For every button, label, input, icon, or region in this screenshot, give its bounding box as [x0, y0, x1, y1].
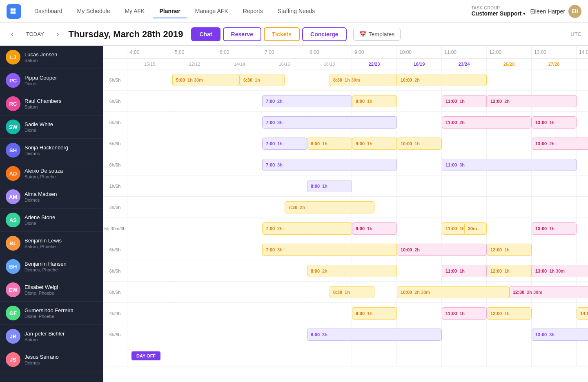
nav-item-my-schedule[interactable]: My Schedule — [71, 4, 117, 18]
shift-block[interactable]: 11:001h — [442, 265, 487, 277]
agent-name: Raul Chambers — [24, 98, 97, 104]
tab-reserve[interactable]: Reserve — [223, 27, 262, 41]
shift-duration: 1h — [504, 269, 510, 273]
shift-time: 12:00 — [490, 311, 502, 316]
agent-timeline[interactable]: 7:003h11:002h13:001h — [127, 112, 588, 133]
agent-timeline[interactable]: 8:301h10:002h 30m12:302h 30m — [127, 282, 588, 302]
shift-block[interactable]: 7:302h — [285, 201, 374, 213]
shift-time: 13:00 — [535, 332, 547, 337]
shift-block[interactable]: 7:003h — [262, 159, 397, 171]
task-group[interactable]: TASK GROUP Customer Support ▾ — [472, 6, 526, 17]
agent-timeline[interactable]: 8:003h13:003h — [127, 324, 588, 345]
agent-timeline[interactable]: 7:003h10:002h12:001h — [127, 239, 588, 260]
nav-item-dashboard[interactable]: Dashboard — [28, 4, 69, 18]
shift-block[interactable]: 13:001h — [532, 222, 577, 235]
shift-block[interactable]: 7:003h — [262, 244, 397, 256]
tab-chat[interactable]: Chat — [191, 27, 220, 41]
shift-block[interactable]: 14:001h — [577, 307, 588, 320]
agent-timeline[interactable]: 7:001h8:001h9:001h10:001h13:002h — [127, 133, 588, 154]
agent-avatar: SW — [6, 120, 20, 134]
agent-row[interactable]: EW Elisabet Weigl Dione, Phoebe — [0, 278, 103, 302]
shift-block[interactable]: 13:001h — [532, 116, 577, 129]
agent-row[interactable]: AM Alma Madsen Deimos — [0, 185, 103, 209]
agent-timeline[interactable]: 7:002h9:001h11:001h12:002h — [127, 91, 588, 111]
agent-timeline[interactable]: 9:001h11:001h12:001h14:001h — [127, 303, 588, 324]
shift-block[interactable]: 9:001h — [352, 95, 397, 107]
agent-row[interactable]: BL Benjamin Lewis Saturn, Phoebe — [0, 232, 103, 255]
agent-timeline[interactable]: 7:002h9:001h11:001h30m13:001h — [127, 218, 588, 239]
shift-block[interactable]: 11:001h — [442, 95, 487, 107]
shift-block[interactable]: 11:001h — [442, 307, 487, 320]
shift-duration: 1h — [549, 226, 555, 231]
time-slot — [217, 154, 262, 175]
shift-block[interactable]: 6:301h — [240, 74, 285, 86]
nav-item-reports[interactable]: Reports — [236, 4, 270, 18]
time-slot — [397, 345, 442, 366]
shift-block[interactable]: 9:001h — [352, 222, 397, 235]
agent-row[interactable]: LJ Lucas Jensen Saturn — [0, 46, 103, 69]
shift-block[interactable]: 8:003h — [307, 329, 442, 341]
shift-block[interactable]: 7:001h — [262, 138, 307, 150]
shift-block[interactable]: 8:001h — [307, 138, 352, 150]
agent-row[interactable]: SH Sonja Hackenberg Deimos — [0, 139, 103, 162]
shift-block[interactable]: 7:003h — [262, 116, 397, 129]
shift-block[interactable]: 7:002h — [262, 95, 352, 107]
agent-timeline[interactable]: 7:003h11:003h — [127, 154, 588, 175]
agent-row[interactable]: JB Jan-peter Bichler Saturn — [0, 325, 103, 348]
shift-block[interactable]: 8:002h — [307, 265, 397, 277]
prev-arrow[interactable]: ‹ — [7, 29, 18, 40]
shift-block[interactable]: 10:002h — [397, 74, 487, 86]
shift-block[interactable]: 13:002h — [532, 138, 588, 150]
shift-block[interactable]: 12:001h — [487, 307, 532, 320]
nav-item-planner[interactable]: Planner — [153, 4, 187, 18]
next-arrow[interactable]: › — [52, 29, 64, 40]
time-header: 4:005:006:007:008:009:0010:0011:0012:001… — [103, 46, 588, 59]
agent-info: Aleixo De souza Saturn, Phoebe — [24, 168, 97, 179]
nav-item-manage-afk[interactable]: Manage AFK — [189, 4, 235, 18]
agent-timeline[interactable]: 5:001h 30m6:301h8:301h 30m10:002h — [127, 69, 588, 90]
agent-timeline[interactable]: 7:302h — [127, 197, 588, 218]
schedule-row: 6h/6h8:002h11:001h12:001h13:001h 30m30m — [103, 260, 588, 282]
time-slot — [442, 324, 487, 345]
shift-block[interactable]: 10:002h 30m — [397, 286, 509, 298]
shift-block[interactable]: 13:003h — [532, 329, 588, 341]
shift-block[interactable]: 11:002h — [442, 116, 532, 129]
tab-concierge[interactable]: Concierge — [302, 27, 346, 41]
shift-block[interactable]: 8:301h — [330, 286, 374, 298]
time-slot — [487, 218, 532, 239]
agent-row[interactable]: RC Raul Chambers Saturn — [0, 92, 103, 115]
shift-block[interactable]: 12:002h — [487, 95, 577, 107]
agent-row[interactable]: AS Arlene Stone Dione — [0, 209, 103, 232]
shift-block[interactable]: 13:001h 30m — [532, 265, 588, 277]
shift-block[interactable]: 12:001h — [487, 244, 532, 256]
agent-row[interactable]: SW Sadie White Dione — [0, 115, 103, 139]
time-slot — [442, 133, 487, 154]
today-button[interactable]: TODAY — [23, 29, 47, 39]
shift-block[interactable]: 12:302h 30m — [509, 286, 588, 298]
shift-block[interactable]: 7:002h — [262, 222, 352, 235]
shift-block[interactable]: 12:001h — [487, 265, 532, 277]
shift-block[interactable]: 9:001h — [352, 138, 397, 150]
shift-block[interactable]: 8:301h 30m — [330, 74, 397, 86]
shift-block[interactable]: 5:001h 30m — [172, 74, 240, 86]
tab-tickets[interactable]: Tickets — [264, 27, 300, 41]
nav-item-staffing-needs[interactable]: Staffing Needs — [271, 4, 322, 18]
time-slot — [172, 324, 217, 345]
shift-block[interactable]: 8:001h — [307, 180, 352, 192]
shift-block[interactable]: 11:003h — [442, 159, 577, 171]
agent-timeline[interactable]: 8:002h11:001h12:001h13:001h 30m30m — [127, 260, 588, 281]
agent-row[interactable]: AD Aleixo De souza Saturn, Phoebe — [0, 162, 103, 185]
agent-row[interactable]: PC Pippa Cooper Dione — [0, 69, 103, 92]
agent-timeline[interactable]: 8:001h — [127, 175, 588, 196]
shift-block[interactable]: 30m — [464, 222, 487, 235]
templates-button[interactable]: 📅 Templates — [353, 28, 401, 41]
shift-block[interactable]: 10:002h — [397, 244, 487, 256]
agent-row[interactable]: GF Gumersindo Ferreira Dione, Phoebe — [0, 302, 103, 325]
calendar[interactable]: 4:005:006:007:008:009:0010:0011:0012:001… — [103, 46, 588, 382]
agent-row[interactable]: BH Benjamin Hansen Deimos, Phoebe — [0, 255, 103, 278]
agent-row[interactable]: JS Jesus Serrano Deimos — [0, 348, 103, 371]
nav-item-my-afk[interactable]: My AFK — [118, 4, 151, 18]
agent-timeline[interactable]: DAY OFF — [127, 345, 588, 366]
shift-block[interactable]: 9:001h — [352, 307, 397, 320]
shift-block[interactable]: 10:001h — [397, 138, 442, 150]
